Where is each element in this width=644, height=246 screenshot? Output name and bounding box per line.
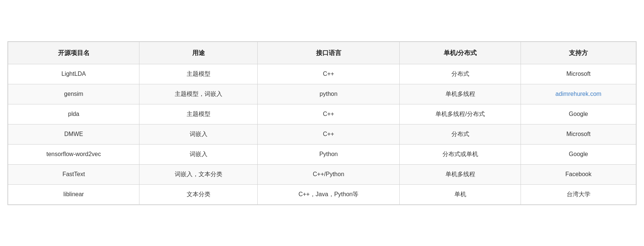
col-header-name: 开源项目名 <box>8 42 139 64</box>
cell-supporter: Microsoft <box>521 64 636 84</box>
table-row: DMWE词嵌入C++分布式Microsoft <box>8 124 636 144</box>
cell-name: plda <box>8 104 139 124</box>
cell-mode: 分布式 <box>399 124 521 144</box>
table-row: plda主题模型C++单机多线程/分布式Google <box>8 104 636 124</box>
data-table: 开源项目名 用途 接口语言 单机/分布式 支持方 LightLDA主题模型C++… <box>8 42 636 205</box>
cell-mode: 单机多线程 <box>399 84 521 104</box>
cell-name: LightLDA <box>8 64 139 84</box>
cell-supporter: Google <box>521 144 636 164</box>
cell-usage: 词嵌入 <box>139 124 258 144</box>
cell-name: liblinear <box>8 184 139 204</box>
cell-usage: 主题模型 <box>139 64 258 84</box>
cell-lang: C++/Python <box>258 164 400 184</box>
cell-usage: 词嵌入，文本分类 <box>139 164 258 184</box>
cell-lang: Python <box>258 144 400 164</box>
table-row: tensorflow-word2vec词嵌入Python分布式或单机Google <box>8 144 636 164</box>
table-header: 开源项目名 用途 接口语言 单机/分布式 支持方 <box>8 42 636 64</box>
header-row: 开源项目名 用途 接口语言 单机/分布式 支持方 <box>8 42 636 64</box>
cell-name: tensorflow-word2vec <box>8 144 139 164</box>
cell-usage: 主题模型 <box>139 104 258 124</box>
table-row: gensim主题模型，词嵌入python单机多线程adimrehurek.com <box>8 84 636 104</box>
cell-name: DMWE <box>8 124 139 144</box>
col-header-usage: 用途 <box>139 42 258 64</box>
cell-usage: 主题模型，词嵌入 <box>139 84 258 104</box>
cell-mode: 单机 <box>399 184 521 204</box>
cell-mode: 分布式或单机 <box>399 144 521 164</box>
cell-lang: C++ <box>258 64 400 84</box>
cell-mode: 单机多线程 <box>399 164 521 184</box>
table-row: liblinear文本分类C++，Java，Python等单机台湾大学 <box>8 184 636 204</box>
cell-supporter: Google <box>521 104 636 124</box>
cell-supporter[interactable]: adimrehurek.com <box>521 84 636 104</box>
col-header-lang: 接口语言 <box>258 42 400 64</box>
cell-lang: C++ <box>258 104 400 124</box>
cell-supporter: Microsoft <box>521 124 636 144</box>
cell-usage: 文本分类 <box>139 184 258 204</box>
col-header-mode: 单机/分布式 <box>399 42 521 64</box>
supporter-link[interactable]: adimrehurek.com <box>556 91 602 97</box>
cell-name: gensim <box>8 84 139 104</box>
cell-usage: 词嵌入 <box>139 144 258 164</box>
table-row: FastText词嵌入，文本分类C++/Python单机多线程Facebook <box>8 164 636 184</box>
cell-supporter: Facebook <box>521 164 636 184</box>
main-table-container: 开源项目名 用途 接口语言 单机/分布式 支持方 LightLDA主题模型C++… <box>7 41 637 205</box>
cell-mode: 分布式 <box>399 64 521 84</box>
table-body: LightLDA主题模型C++分布式Microsoftgensim主题模型，词嵌… <box>8 64 636 204</box>
cell-supporter: 台湾大学 <box>521 184 636 204</box>
col-header-supporter: 支持方 <box>521 42 636 64</box>
cell-lang: C++ <box>258 124 400 144</box>
table-row: LightLDA主题模型C++分布式Microsoft <box>8 64 636 84</box>
cell-name: FastText <box>8 164 139 184</box>
cell-mode: 单机多线程/分布式 <box>399 104 521 124</box>
cell-lang: C++，Java，Python等 <box>258 184 400 204</box>
cell-lang: python <box>258 84 400 104</box>
